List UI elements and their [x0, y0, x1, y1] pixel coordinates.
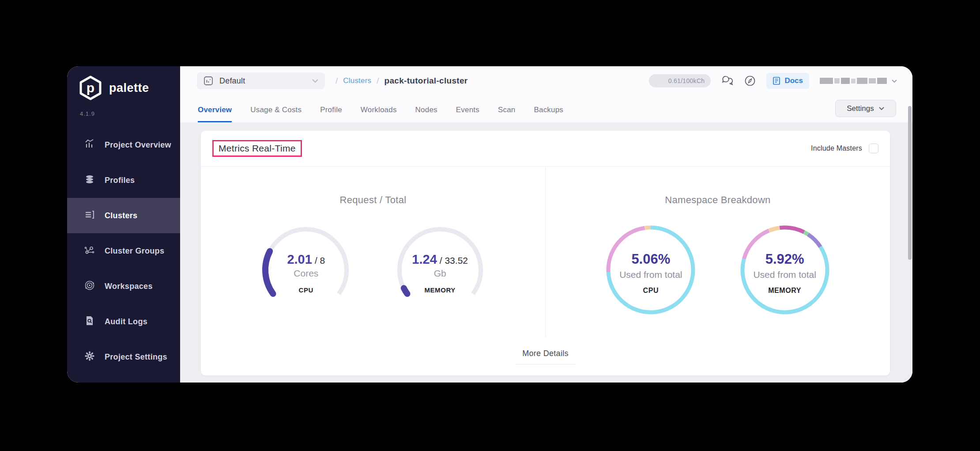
- chevron-down-icon: [891, 79, 897, 83]
- orbit-icon: [84, 280, 95, 293]
- chat-button[interactable]: [721, 75, 734, 87]
- request-total-panel: Request / Total 2.01 / 8 Cores CPU: [201, 167, 546, 337]
- sidebar-item-label: Clusters: [105, 211, 137, 220]
- gauge-value: 1.24: [412, 252, 437, 267]
- palette-hexagon-logo-icon: p: [79, 75, 102, 101]
- gauge-total: / 8: [315, 255, 325, 266]
- namespace-breakdown-panel: Namespace Breakdown 5.06% Used from tota…: [546, 167, 890, 337]
- gauge-unit: Cores: [294, 268, 318, 279]
- logo[interactable]: p palette: [79, 75, 149, 101]
- sidebar-menu: Project Overview Profiles Clusters Clust…: [67, 127, 180, 375]
- breadcrumb-separator: /: [335, 76, 338, 86]
- app-version: 4.1.9: [80, 110, 95, 117]
- tab-nodes[interactable]: Nodes: [415, 106, 437, 122]
- panel-title: Request / Total: [201, 194, 545, 206]
- tab-events[interactable]: Events: [456, 106, 479, 122]
- layers-icon: [84, 174, 95, 187]
- include-masters-label: Include Masters: [811, 144, 862, 152]
- donut-percent: 5.92%: [765, 251, 804, 267]
- sidebar-item-label: Profiles: [105, 176, 135, 185]
- docs-button[interactable]: Docs: [766, 73, 809, 89]
- include-masters-checkbox[interactable]: [869, 144, 878, 153]
- gauges-row: 2.01 / 8 Cores CPU 1.24 / 33.52 Gb MEMOR…: [201, 224, 545, 316]
- more-details-link[interactable]: More Details: [515, 349, 576, 364]
- gauge-total: / 33.52: [440, 255, 468, 266]
- sidebar-item-project-settings[interactable]: Project Settings: [67, 339, 180, 375]
- gauge-memory: 1.24 / 33.52 Gb MEMORY: [394, 224, 486, 316]
- donut-percent: 5.06%: [631, 251, 670, 267]
- donut-memory: 5.92% Used from total MEMORY: [739, 224, 831, 316]
- sidebar: p palette 4.1.9 Project Overview Profile…: [67, 66, 180, 383]
- tab-overview[interactable]: Overview: [198, 106, 232, 122]
- metrics-card-footer: More Details: [201, 337, 890, 375]
- gauge-label: CPU: [299, 286, 313, 294]
- sidebar-item-workspaces[interactable]: Workspaces: [67, 269, 180, 304]
- chevron-down-icon: [878, 106, 885, 110]
- breadcrumb-link-clusters[interactable]: Clusters: [343, 76, 371, 85]
- tab-profile[interactable]: Profile: [320, 106, 342, 122]
- sidebar-item-project-overview[interactable]: Project Overview: [67, 127, 180, 163]
- sidebar-item-profiles[interactable]: Profiles: [67, 163, 180, 198]
- usage-quota-pill: 0.61/100kCh: [649, 74, 711, 87]
- include-masters-control: Include Masters: [811, 144, 878, 153]
- sidebar-item-label: Cluster Groups: [105, 246, 164, 256]
- metrics-card-body: Request / Total 2.01 / 8 Cores CPU: [201, 167, 890, 337]
- project-selector[interactable]: Default: [197, 72, 325, 89]
- donuts-row: 5.06% Used from total CPU 5.92% Used fro…: [546, 224, 890, 316]
- gauge-unit: Gb: [434, 268, 446, 279]
- breadcrumb: / Clusters / pack-tutorial-cluster: [335, 76, 467, 86]
- chat-icon: [721, 75, 734, 87]
- main-area: Default / Clusters / pack-tutorial-clust…: [180, 66, 912, 383]
- sidebar-item-cluster-groups[interactable]: Cluster Groups: [67, 233, 180, 269]
- book-icon: [773, 76, 780, 85]
- metrics-realtime-title-annotated: Metrics Real-Time: [212, 140, 302, 157]
- metrics-card-header: Metrics Real-Time Include Masters: [201, 131, 890, 167]
- gauge-value: 2.01: [287, 252, 312, 267]
- server-list-icon: [84, 209, 95, 223]
- sidebar-item-label: Project Settings: [105, 352, 167, 362]
- tab-workloads[interactable]: Workloads: [361, 106, 397, 122]
- topbar-right: 0.61/100kCh: [649, 73, 897, 89]
- donut-cpu: 5.06% Used from total CPU: [604, 224, 697, 316]
- vertical-scrollbar-thumb[interactable]: [908, 106, 912, 260]
- settings-label: Settings: [847, 104, 874, 113]
- sidebar-item-label: Audit Logs: [105, 317, 147, 326]
- gear-icon: [84, 350, 95, 364]
- project-icon: [203, 76, 214, 86]
- sidebar-item-audit-logs[interactable]: Audit Logs: [67, 304, 180, 339]
- doc-search-icon: [84, 315, 95, 329]
- donut-caption: Used from total: [619, 269, 682, 280]
- network-icon: [84, 244, 95, 258]
- metrics-card: Metrics Real-Time Include Masters Reques…: [201, 131, 890, 375]
- user-menu[interactable]: [820, 77, 897, 84]
- sidebar-item-label: Project Overview: [105, 140, 171, 150]
- breadcrumb-separator: /: [377, 76, 379, 86]
- cluster-tabs: OverviewUsage & CostsProfileWorkloadsNod…: [198, 106, 563, 122]
- gauge-cpu: 2.01 / 8 Cores CPU: [260, 224, 352, 316]
- user-name-redacted: [820, 77, 887, 84]
- logo-text: palette: [109, 81, 149, 95]
- sidebar-item-label: Workspaces: [105, 282, 153, 291]
- compass-icon: [744, 75, 756, 87]
- docs-label: Docs: [784, 76, 803, 85]
- app-window: p palette 4.1.9 Project Overview Profile…: [67, 66, 912, 383]
- donut-label: MEMORY: [768, 287, 801, 295]
- project-selector-value: Default: [219, 76, 245, 86]
- svg-text:p: p: [87, 80, 94, 95]
- tab-scan[interactable]: Scan: [498, 106, 516, 122]
- content-area: Metrics Real-Time Include Masters Reques…: [180, 123, 912, 383]
- panel-title: Namespace Breakdown: [546, 194, 890, 206]
- help-button[interactable]: [744, 75, 756, 87]
- bar-chart-line-icon: [84, 138, 95, 152]
- breadcrumb-current-cluster: pack-tutorial-cluster: [384, 76, 468, 86]
- settings-button[interactable]: Settings: [835, 100, 896, 117]
- topbar: Default / Clusters / pack-tutorial-clust…: [180, 66, 912, 95]
- tab-backups[interactable]: Backups: [534, 106, 563, 122]
- gauge-label: MEMORY: [424, 286, 456, 294]
- sidebar-item-clusters[interactable]: Clusters: [67, 198, 180, 233]
- donut-label: CPU: [643, 287, 659, 295]
- cluster-tabs-row: OverviewUsage & CostsProfileWorkloadsNod…: [180, 95, 912, 123]
- donut-caption: Used from total: [753, 269, 816, 280]
- tab-usage-costs[interactable]: Usage & Costs: [250, 106, 302, 122]
- chevron-down-icon: [312, 79, 319, 83]
